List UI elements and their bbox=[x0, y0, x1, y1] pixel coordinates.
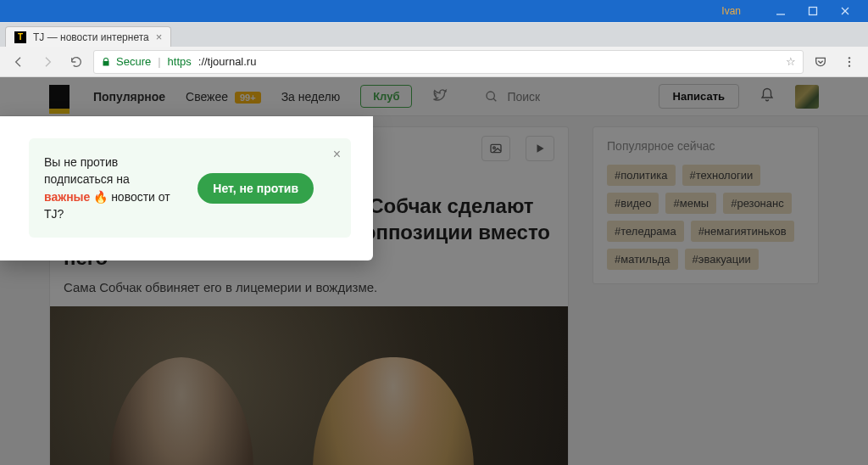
window-user: Ivan bbox=[721, 5, 741, 17]
omnibox[interactable]: Secure | https://tjournal.ru ☆ bbox=[93, 50, 804, 74]
subscribe-popup: × Вы не против подписаться на важные 🔥 н… bbox=[29, 138, 351, 238]
svg-rect-1 bbox=[810, 8, 817, 15]
lock-icon: Secure bbox=[101, 55, 151, 68]
browser-tab[interactable]: T TJ — новости интернета × bbox=[5, 26, 171, 47]
tab-strip: T TJ — новости интернета × bbox=[0, 23, 868, 47]
url-protocol: https bbox=[168, 55, 192, 68]
secure-label: Secure bbox=[116, 55, 151, 68]
window-maximize-button[interactable] bbox=[797, 3, 829, 20]
nav-back-button[interactable] bbox=[7, 50, 31, 74]
spotlight-area: × Вы не против подписаться на важные 🔥 н… bbox=[0, 116, 373, 261]
tab-close-icon[interactable]: × bbox=[156, 31, 163, 43]
pocket-icon[interactable] bbox=[809, 50, 832, 74]
window-minimize-button[interactable] bbox=[765, 3, 797, 20]
nav-reload-button[interactable] bbox=[64, 50, 88, 74]
svg-point-5 bbox=[849, 60, 850, 62]
nav-forward-button[interactable] bbox=[36, 50, 59, 74]
browser-menu-icon[interactable] bbox=[837, 50, 861, 74]
bookmark-star-icon[interactable]: ☆ bbox=[786, 55, 796, 68]
tab-favicon-icon: T bbox=[14, 31, 26, 43]
svg-point-6 bbox=[849, 64, 850, 66]
fire-icon: 🔥 bbox=[93, 188, 108, 205]
window-close-button[interactable] bbox=[829, 3, 861, 20]
svg-point-4 bbox=[849, 57, 850, 59]
url-rest: ://tjournal.ru bbox=[198, 55, 257, 68]
popup-important: важные bbox=[44, 190, 90, 204]
popup-cta-button[interactable]: Нет, не против bbox=[198, 173, 314, 204]
address-bar: Secure | https://tjournal.ru ☆ bbox=[0, 47, 868, 77]
popup-text-a: Вы не против подписаться на bbox=[44, 155, 130, 186]
popup-message: Вы не против подписаться на важные 🔥 нов… bbox=[44, 154, 182, 222]
tab-title: TJ — новости интернета bbox=[33, 31, 149, 43]
window-titlebar: Ivan bbox=[0, 0, 868, 22]
popup-close-icon[interactable]: × bbox=[333, 147, 341, 162]
